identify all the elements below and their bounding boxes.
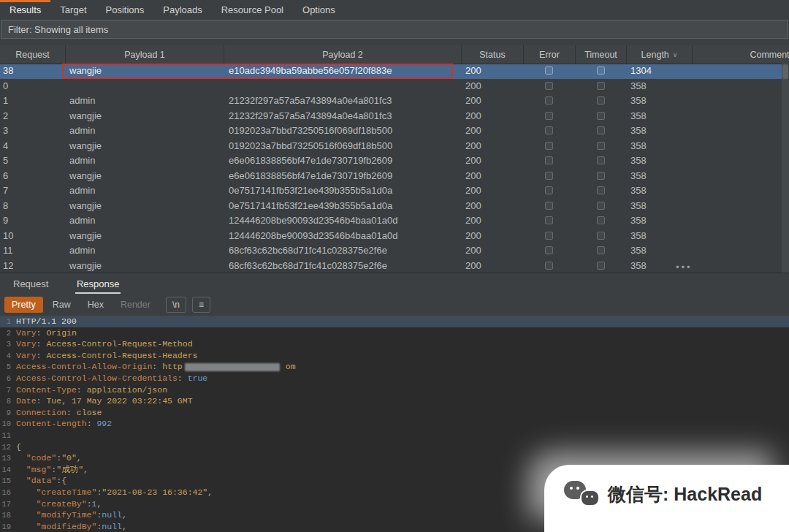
error-checkbox[interactable] <box>545 156 553 164</box>
payload2-cell: e6e061838856bf47e1de730719fb2609 <box>229 169 392 184</box>
header-payload2[interactable]: Payload 2 <box>224 45 462 64</box>
tab-response[interactable]: Response <box>75 275 121 294</box>
table-row[interactable]: 5admine6e061838856bf47e1de730719fb260920… <box>0 153 789 169</box>
timeout-checkbox[interactable] <box>597 66 605 75</box>
line-number: 15 <box>0 476 11 487</box>
error-checkbox[interactable] <box>545 66 553 75</box>
status-cell: 200 <box>465 169 481 184</box>
timeout-checkbox[interactable] <box>597 186 605 194</box>
request-cell: 5 <box>3 153 8 169</box>
status-cell: 200 <box>465 94 481 109</box>
tab-payloads[interactable]: Payloads <box>153 0 211 18</box>
timeout-checkbox[interactable] <box>597 232 605 240</box>
table-row[interactable]: 10wangjie124446208be90093d23546b4baa01a0… <box>0 229 789 244</box>
line-number: 5 <box>0 362 11 373</box>
response-line: 4Vary: Access-Control-Request-Headers <box>0 350 789 362</box>
newline-toggle-button[interactable]: \n <box>166 297 186 313</box>
request-cell: 8 <box>3 199 8 214</box>
response-line: 13 "code":"0", <box>0 452 789 464</box>
request-cell: 7 <box>3 183 8 199</box>
length-cell: 358 <box>630 153 647 169</box>
length-cell: 358 <box>630 243 647 259</box>
error-checkbox[interactable] <box>545 96 553 104</box>
payload1-cell: admin <box>69 123 95 139</box>
error-checkbox[interactable] <box>545 202 553 210</box>
length-cell: 358 <box>630 199 647 214</box>
error-checkbox[interactable] <box>545 246 553 254</box>
status-cell: 200 <box>465 183 481 199</box>
tab-positions[interactable]: Positions <box>96 0 154 18</box>
splitter-handle-icon[interactable]: ••• <box>676 262 693 273</box>
request-cell: 11 <box>3 243 13 259</box>
view-pretty-button[interactable]: Pretty <box>4 297 43 313</box>
view-hex-button[interactable]: Hex <box>80 297 111 313</box>
request-cell: 9 <box>3 213 8 229</box>
timeout-checkbox[interactable] <box>597 172 605 180</box>
error-checkbox[interactable] <box>545 186 553 194</box>
line-number: 17 <box>0 499 11 511</box>
error-checkbox[interactable] <box>545 172 553 180</box>
tab-resource-pool[interactable]: Resource Pool <box>212 0 293 18</box>
line-number: 1 <box>0 316 11 328</box>
length-cell: 1304 <box>630 64 652 79</box>
header-error[interactable]: Error <box>524 45 576 64</box>
table-row[interactable]: 3admin0192023a7bbd73250516f069df18b50020… <box>0 123 789 139</box>
results-table: Request Payload 1 Payload 2 Status Error… <box>0 45 789 273</box>
header-request[interactable]: Request <box>0 45 66 64</box>
table-row[interactable]: 6wangjiee6e061838856bf47e1de730719fb2609… <box>0 169 789 184</box>
timeout-checkbox[interactable] <box>597 82 605 90</box>
tab-request[interactable]: Request <box>12 275 50 292</box>
view-raw-button[interactable]: Raw <box>45 297 78 313</box>
table-row[interactable]: 7admin0e7517141fb53f21ee439b355b5a1d0a20… <box>0 183 789 199</box>
timeout-checkbox[interactable] <box>597 112 605 120</box>
line-number: 16 <box>0 487 11 499</box>
table-row[interactable]: 11admin68cf63c62bc68d71fc41c028375e2f6e2… <box>0 243 789 259</box>
timeout-checkbox[interactable] <box>597 142 605 150</box>
request-cell: 3 <box>3 123 8 139</box>
filter-bar[interactable]: Filter: Showing all items <box>1 20 788 39</box>
length-cell: 358 <box>630 123 647 139</box>
error-checkbox[interactable] <box>545 262 553 270</box>
view-render-button[interactable]: Render <box>113 297 158 313</box>
timeout-checkbox[interactable] <box>597 202 605 210</box>
length-cell: 358 <box>630 139 647 154</box>
header-timeout[interactable]: Timeout <box>576 45 627 64</box>
vertical-scrollbar[interactable] <box>782 64 789 273</box>
header-comment[interactable]: Comment <box>693 45 789 64</box>
timeout-checkbox[interactable] <box>597 126 605 134</box>
table-row[interactable]: 1admin21232f297a57a5a743894a0e4a801fc320… <box>0 94 789 109</box>
payload1-cell: wangjie <box>69 199 102 214</box>
timeout-checkbox[interactable] <box>597 216 605 224</box>
line-number: 12 <box>0 442 11 454</box>
error-checkbox[interactable] <box>545 232 553 240</box>
table-row[interactable]: 0200358 <box>0 79 789 94</box>
table-row[interactable]: 2wangjie21232f297a57a5a743894a0e4a801fc3… <box>0 109 789 124</box>
header-payload1[interactable]: Payload 1 <box>66 45 224 64</box>
status-cell: 200 <box>465 229 481 244</box>
request-cell: 38 <box>3 64 13 79</box>
tab-options[interactable]: Options <box>293 0 345 18</box>
error-checkbox[interactable] <box>545 126 553 134</box>
payload1-cell: wangjie <box>69 229 102 244</box>
error-checkbox[interactable] <box>545 216 553 224</box>
timeout-checkbox[interactable] <box>597 246 605 254</box>
hamburger-menu-icon[interactable]: ≡ <box>192 297 210 313</box>
scrollbar-thumb[interactable] <box>782 64 788 79</box>
timeout-checkbox[interactable] <box>597 262 605 270</box>
header-length[interactable]: Length ∨ <box>627 45 693 64</box>
timeout-checkbox[interactable] <box>597 156 605 164</box>
error-checkbox[interactable] <box>545 82 553 90</box>
tab-target[interactable]: Target <box>50 0 96 18</box>
table-row[interactable]: 12wangjie68cf63c62bc68d71fc41c028375e2f6… <box>0 259 789 273</box>
response-line: 10Content-Length: 992 <box>0 418 789 430</box>
payload2-cell: 21232f297a57a5a743894a0e4a801fc3 <box>229 94 392 109</box>
tab-results[interactable]: Results <box>0 0 50 18</box>
payload1-cell: wangjie <box>69 259 102 273</box>
header-status[interactable]: Status <box>462 45 524 64</box>
error-checkbox[interactable] <box>545 142 553 150</box>
table-row[interactable]: 9admin124446208be90093d23546b4baa01a0d20… <box>0 213 789 229</box>
table-row[interactable]: 4wangjie0192023a7bbd73250516f069df18b500… <box>0 139 789 154</box>
table-row[interactable]: 8wangjie0e7517141fb53f21ee439b355b5a1d0a… <box>0 199 789 214</box>
error-checkbox[interactable] <box>545 112 553 120</box>
timeout-checkbox[interactable] <box>597 96 605 104</box>
